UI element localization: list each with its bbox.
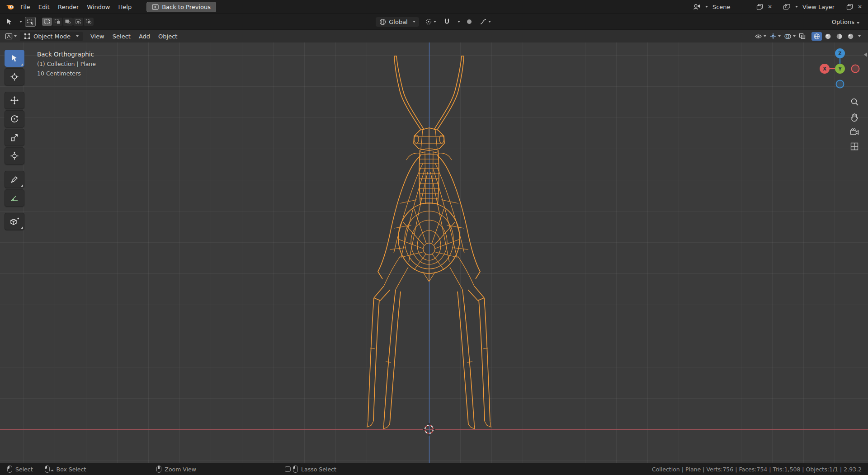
remove-view-layer-icon[interactable]: ✕ bbox=[856, 3, 863, 10]
scale-tool-icon bbox=[10, 133, 19, 142]
ortho-grid-icon[interactable] bbox=[850, 142, 859, 150]
tool-rotate-button[interactable] bbox=[5, 110, 24, 127]
tool-cursor-button[interactable] bbox=[5, 68, 24, 85]
gizmo-z-label: Z bbox=[838, 51, 841, 56]
menu-add[interactable]: Add bbox=[135, 31, 154, 42]
menu-view[interactable]: View bbox=[86, 31, 108, 42]
shading-solid-icon bbox=[825, 33, 831, 40]
options-label: Options bbox=[832, 19, 854, 25]
ctrl-lmb-icon bbox=[293, 466, 298, 473]
transform-orientation-dropdown[interactable]: Global bbox=[376, 17, 419, 27]
view-control-buttons bbox=[850, 98, 859, 150]
select-mode-intersect-icon[interactable] bbox=[84, 18, 94, 26]
measure-tool-icon bbox=[10, 193, 19, 202]
object-visibility-dropdown[interactable] bbox=[754, 33, 767, 40]
menu-help[interactable]: Help bbox=[114, 2, 136, 12]
mode-dropdown[interactable]: Object Mode bbox=[20, 32, 83, 41]
hint-zoom-view-label: Zoom View bbox=[165, 466, 196, 473]
scene-browse-icon[interactable] bbox=[692, 3, 702, 11]
back-to-previous-button[interactable]: Back to Previous bbox=[146, 2, 216, 12]
shading-options-chevron-icon[interactable] bbox=[858, 35, 861, 37]
select-mode-invert-icon[interactable] bbox=[73, 18, 83, 26]
shading-wireframe-button[interactable] bbox=[811, 32, 822, 41]
tool-move-button[interactable] bbox=[5, 92, 24, 109]
new-scene-icon[interactable] bbox=[755, 3, 764, 11]
axis-gizmo[interactable]: Z X Y bbox=[817, 47, 863, 92]
snap-toggle-button[interactable] bbox=[442, 17, 452, 26]
menu-render[interactable]: Render bbox=[54, 2, 83, 12]
proportional-editing-toggle[interactable] bbox=[465, 18, 474, 26]
chevron-down-icon bbox=[857, 22, 859, 24]
tweak-tool-button[interactable] bbox=[25, 17, 36, 27]
view-layer-browse-icon[interactable] bbox=[782, 3, 792, 11]
chevron-down-icon bbox=[413, 21, 415, 23]
active-tool-icon[interactable] bbox=[5, 17, 15, 26]
menu-object[interactable]: Object bbox=[154, 31, 181, 42]
show-gizmo-dropdown[interactable] bbox=[769, 32, 782, 41]
mesh-right-side bbox=[430, 56, 491, 429]
hint-lasso-select: Lasso Select bbox=[285, 466, 336, 473]
viewport-header: Object Mode View Select Add Object bbox=[0, 29, 868, 42]
gizmo-icon bbox=[769, 33, 777, 40]
falloff-curve-icon bbox=[480, 19, 487, 25]
lmb-drag-icon bbox=[45, 466, 50, 473]
select-box-icon bbox=[27, 19, 34, 25]
sidebar-toggle-arrow[interactable] bbox=[864, 52, 867, 57]
object-mode-icon bbox=[24, 33, 30, 39]
new-view-layer-icon[interactable] bbox=[845, 3, 854, 11]
chevron-down-icon bbox=[76, 35, 79, 37]
chevron-down-icon bbox=[778, 35, 781, 37]
pivot-point-dropdown[interactable] bbox=[424, 17, 438, 26]
shading-wireframe-icon bbox=[813, 33, 820, 40]
menu-window[interactable]: Window bbox=[83, 2, 114, 12]
viewport-header-right bbox=[754, 32, 864, 41]
shading-mode-group bbox=[811, 32, 861, 41]
shading-rendered-icon bbox=[847, 33, 854, 40]
proportional-falloff-dropdown[interactable] bbox=[478, 18, 492, 26]
tool-transform-button[interactable] bbox=[5, 147, 24, 165]
add-cube-tool-icon bbox=[9, 217, 19, 226]
zoom-icon[interactable] bbox=[850, 98, 859, 106]
tool-settings-center: Global bbox=[376, 17, 492, 27]
shading-material-button[interactable] bbox=[834, 32, 844, 41]
tool-annotate-button[interactable] bbox=[5, 171, 24, 188]
chevron-down-icon bbox=[705, 6, 708, 8]
select-mode-group bbox=[42, 18, 94, 26]
select-mode-new-icon[interactable] bbox=[42, 18, 52, 26]
shading-rendered-button[interactable] bbox=[845, 32, 856, 41]
magnet-icon bbox=[443, 18, 450, 25]
viewport-3d[interactable]: Back Orthographic (1) Collection | Plane… bbox=[0, 42, 868, 463]
unlink-scene-icon[interactable]: ✕ bbox=[766, 3, 774, 10]
transform-tool-icon bbox=[10, 151, 19, 160]
gizmo-negx-ball[interactable] bbox=[852, 65, 859, 73]
hint-select-label: Select bbox=[15, 466, 33, 473]
menu-edit[interactable]: Edit bbox=[34, 2, 54, 12]
editor-type-dropdown[interactable] bbox=[4, 32, 18, 41]
menu-select[interactable]: Select bbox=[108, 31, 135, 42]
view-layer-name-field[interactable]: View Layer bbox=[800, 3, 843, 11]
scene-name-field[interactable]: Scene bbox=[710, 3, 753, 11]
snap-settings-chevron-icon[interactable] bbox=[458, 21, 460, 23]
annotate-tool-icon bbox=[10, 175, 19, 184]
options-dropdown[interactable]: Options bbox=[828, 17, 863, 27]
gizmo-negz-ball[interactable] bbox=[836, 80, 844, 88]
show-overlays-dropdown[interactable] bbox=[783, 33, 797, 40]
chevron-down-icon bbox=[793, 35, 796, 37]
blender-logo-icon[interactable] bbox=[5, 2, 16, 11]
hint-zoom-view: Zoom View bbox=[156, 466, 196, 473]
rotate-tool-icon bbox=[10, 114, 19, 123]
tool-select-box-button[interactable] bbox=[5, 50, 24, 67]
blender-window: File Edit Render Window Help Back to Pre… bbox=[0, 0, 868, 475]
viewport-overlay-text: Back Orthographic (1) Collection | Plane… bbox=[37, 51, 96, 80]
xray-toggle-button[interactable] bbox=[798, 32, 807, 40]
select-mode-extend-icon[interactable] bbox=[52, 18, 62, 26]
pan-hand-icon[interactable] bbox=[850, 113, 859, 122]
tool-measure-button[interactable] bbox=[5, 189, 24, 207]
tool-scale-button[interactable] bbox=[5, 129, 24, 146]
menu-file[interactable]: File bbox=[16, 2, 34, 12]
select-mode-subtract-icon[interactable] bbox=[63, 18, 73, 26]
camera-view-icon[interactable] bbox=[850, 128, 859, 136]
shading-solid-button[interactable] bbox=[823, 32, 833, 41]
tool-add-cube-button[interactable] bbox=[5, 213, 24, 230]
back-icon bbox=[152, 4, 159, 10]
